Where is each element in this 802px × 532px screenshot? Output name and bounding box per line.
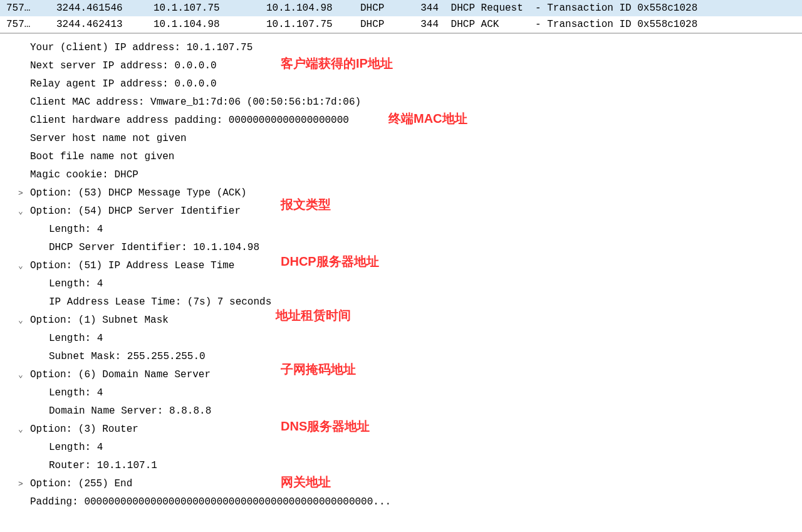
- detail-line: Magic cookie: DHCP: [0, 166, 802, 184]
- detail-text: IP Address Lease Time: (7s) 7 seconds: [49, 296, 271, 308]
- chevron-right-icon[interactable]: >: [15, 184, 26, 202]
- detail-text: Option: (3) Router: [30, 424, 138, 435]
- annotation-label: 报文类型: [281, 196, 331, 213]
- detail-line: IP Address Lease Time: (7s) 7 seconds: [0, 293, 802, 311]
- packet-length: 344: [404, 0, 445, 16]
- packet-destination: 10.1.104.98: [266, 0, 360, 16]
- detail-text: Option: (255) End: [30, 478, 132, 489]
- detail-text: Next server IP address: 0.0.0.0: [30, 60, 217, 71]
- detail-text: Length: 4: [49, 224, 103, 235]
- detail-line: Length: 4: [0, 221, 802, 239]
- detail-text: Option: (6) Domain Name Server: [30, 369, 211, 380]
- packet-number: 757…: [6, 0, 56, 16]
- chevron-down-icon[interactable]: ⌄: [15, 366, 26, 384]
- detail-line: DHCP Server Identifier: 10.1.104.98: [0, 239, 802, 257]
- detail-line: Relay agent IP address: 0.0.0.0: [0, 75, 802, 93]
- packet-source: 10.1.107.75: [154, 0, 266, 16]
- detail-text: Option: (54) DHCP Server Identifier: [30, 206, 241, 217]
- chevron-down-icon[interactable]: ⌄: [15, 257, 26, 275]
- detail-text: Your (client) IP address: 10.1.107.75: [30, 42, 253, 53]
- annotation-label: 网关地址: [281, 474, 331, 491]
- detail-line: Subnet Mask: 255.255.255.0: [0, 348, 802, 366]
- packet-details-pane: Your (client) IP address: 10.1.107.75Nex…: [0, 34, 802, 511]
- annotation-label: DNS服务器地址: [281, 418, 370, 435]
- detail-line: Next server IP address: 0.0.0.0: [0, 57, 802, 75]
- detail-line[interactable]: >Option: (53) DHCP Message Type (ACK): [0, 184, 802, 202]
- detail-text: Length: 4: [49, 278, 103, 289]
- detail-text: Client hardware address padding: 0000000…: [30, 115, 349, 126]
- chevron-down-icon[interactable]: ⌄: [15, 420, 26, 439]
- detail-line: Padding: 0000000000000000000000000000000…: [0, 493, 802, 511]
- detail-text: Padding: 0000000000000000000000000000000…: [30, 496, 391, 508]
- packet-info: DHCP ACK - Transaction ID 0x558c1028: [445, 16, 802, 33]
- detail-text: Option: (1) Subnet Mask: [30, 315, 169, 326]
- packet-length: 344: [404, 16, 445, 33]
- packet-protocol: DHCP: [360, 0, 404, 16]
- detail-line[interactable]: ⌄Option: (6) Domain Name Server: [0, 366, 802, 384]
- detail-text: DHCP Server Identifier: 10.1.104.98: [49, 242, 259, 253]
- detail-text: Option: (51) IP Address Lease Time: [30, 260, 234, 271]
- packet-number: 757…: [6, 16, 56, 33]
- annotation-label: 客户端获得的IP地址: [281, 55, 393, 72]
- packet-info: DHCP Request - Transaction ID 0x558c1028: [445, 0, 802, 16]
- detail-text: Domain Name Server: 8.8.8.8: [49, 405, 211, 417]
- packet-time: 3244.461546: [56, 0, 154, 16]
- annotation-label: 地址租赁时间: [276, 307, 351, 324]
- detail-line: Domain Name Server: 8.8.8.8: [0, 402, 802, 420]
- detail-line: Length: 4: [0, 384, 802, 402]
- detail-text: Option: (53) DHCP Message Type (ACK): [30, 187, 247, 199]
- detail-line[interactable]: ⌄Option: (51) IP Address Lease Time: [0, 257, 802, 275]
- detail-line: Boot file name not given: [0, 148, 802, 166]
- annotation-label: DHCP服务器地址: [281, 253, 379, 270]
- chevron-down-icon[interactable]: ⌄: [15, 202, 26, 221]
- packet-row[interactable]: 757…3244.46241310.1.104.9810.1.107.75DHC…: [0, 16, 802, 33]
- detail-line: Length: 4: [0, 275, 802, 293]
- chevron-right-icon[interactable]: >: [15, 475, 26, 493]
- packet-list: 757…3244.46154610.1.107.7510.1.104.98DHC…: [0, 0, 802, 34]
- detail-line: Server host name not given: [0, 130, 802, 148]
- detail-text: Client MAC address: Vmware_b1:7d:06 (00:…: [30, 96, 361, 108]
- annotation-label: 终端MAC地址: [388, 110, 467, 127]
- detail-line: Length: 4: [0, 330, 802, 348]
- detail-text: Length: 4: [49, 387, 103, 399]
- detail-line: Length: 4: [0, 439, 802, 457]
- packet-source: 10.1.104.98: [154, 16, 266, 33]
- annotation-label: 子网掩码地址: [281, 361, 356, 378]
- detail-line[interactable]: ⌄Option: (54) DHCP Server Identifier: [0, 202, 802, 221]
- detail-line: Router: 10.1.107.1: [0, 457, 802, 475]
- detail-line[interactable]: ⌄Option: (1) Subnet Mask: [0, 311, 802, 330]
- detail-text: Boot file name not given: [30, 151, 174, 162]
- detail-text: Router: 10.1.107.1: [49, 460, 157, 471]
- detail-line[interactable]: >Option: (255) End: [0, 475, 802, 493]
- packet-destination: 10.1.107.75: [266, 16, 360, 33]
- detail-text: Length: 4: [49, 442, 103, 453]
- packet-protocol: DHCP: [360, 16, 404, 33]
- detail-text: Relay agent IP address: 0.0.0.0: [30, 78, 217, 90]
- detail-text: Magic cookie: DHCP: [30, 169, 138, 180]
- chevron-down-icon[interactable]: ⌄: [15, 311, 26, 330]
- detail-text: Subnet Mask: 255.255.255.0: [49, 351, 206, 362]
- detail-text: Length: 4: [49, 333, 103, 344]
- detail-line[interactable]: ⌄Option: (3) Router: [0, 420, 802, 439]
- detail-line: Client MAC address: Vmware_b1:7d:06 (00:…: [0, 93, 802, 112]
- packet-time: 3244.462413: [56, 16, 154, 33]
- packet-row[interactable]: 757…3244.46154610.1.107.7510.1.104.98DHC…: [0, 0, 802, 16]
- detail-text: Server host name not given: [30, 133, 187, 144]
- detail-line: Your (client) IP address: 10.1.107.75: [0, 39, 802, 57]
